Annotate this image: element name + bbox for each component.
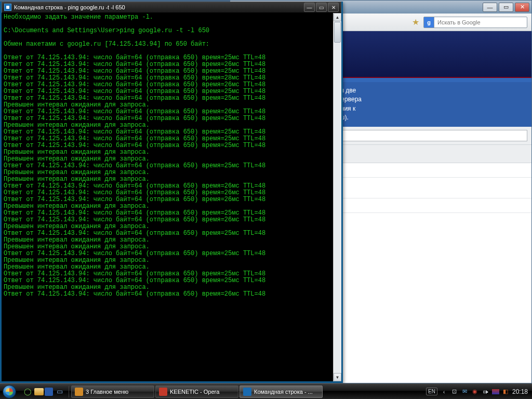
language-indicator[interactable]: EN	[426, 388, 437, 395]
ql-show-desktop-icon[interactable]: ▭	[54, 386, 65, 397]
tray-expand-icon[interactable]: ‹	[440, 388, 448, 395]
tray-app-icon[interactable]: ◧	[502, 388, 510, 395]
taskbar-item-icon	[75, 388, 83, 396]
system-tray: EN ‹ ⊡ ✉ ◉ 🕪 ◧ 20:18	[422, 388, 532, 395]
cmd-minimize-button[interactable]: —	[304, 3, 315, 12]
browser-search-box[interactable]: g Искать в Google	[423, 17, 527, 28]
tray-chat-icon[interactable]: ✉	[461, 388, 469, 395]
browser-maximize-button[interactable]: ▭	[499, 3, 513, 12]
ql-save-icon[interactable]	[45, 388, 53, 396]
tray-shield-icon[interactable]: ◉	[471, 388, 479, 395]
cmd-close-button[interactable]: ✕	[328, 3, 339, 12]
taskbar-item-label: 3 Главное меню	[86, 389, 128, 395]
quick-launch: ◯ ▭	[19, 386, 69, 397]
search-placeholder: Искать в Google	[434, 19, 527, 25]
cmd-maximize-button[interactable]: ▭	[316, 3, 327, 12]
cmd-window: Командная строка - ping google.ru -t -l …	[0, 2, 343, 383]
bookmark-star-icon[interactable]: ★	[411, 18, 420, 27]
cmd-title-text: Командная строка - ping google.ru -t -l …	[14, 4, 303, 10]
taskbar-item[interactable]: 3 Главное меню	[71, 385, 154, 398]
cmd-scrollbar[interactable]: ▲ ▼	[333, 13, 341, 381]
windows-orb-icon	[3, 385, 16, 398]
ql-explorer-icon[interactable]	[34, 388, 44, 395]
taskbar-tasks: 3 Главное менюKEENETIC - OperaКомандная …	[69, 385, 422, 398]
scroll-thumb[interactable]	[334, 22, 341, 43]
taskbar-item-label: Командная строка - ...	[254, 389, 313, 395]
tray-volume-icon[interactable]: 🕪	[482, 388, 489, 395]
cmd-output[interactable]: Необходимо задать значение параметра -l.…	[2, 13, 333, 381]
taskbar-clock[interactable]: 20:18	[512, 388, 528, 395]
taskbar-item-label: KEENETIC - Opera	[170, 389, 219, 395]
cmd-app-icon	[4, 4, 11, 11]
start-button[interactable]	[0, 384, 19, 400]
taskbar-item-icon	[243, 388, 251, 396]
scroll-up-icon[interactable]: ▲	[334, 13, 341, 21]
tray-flag-icon[interactable]	[492, 389, 499, 394]
taskbar: ◯ ▭ 3 Главное менюKEENETIC - OperaКоманд…	[0, 383, 532, 399]
tray-network-icon[interactable]: ⊡	[450, 388, 458, 395]
taskbar-item[interactable]: KEENETIC - Opera	[155, 385, 238, 398]
google-icon: g	[424, 17, 434, 28]
cmd-titlebar[interactable]: Командная строка - ping google.ru -t -l …	[2, 2, 341, 13]
scroll-down-icon[interactable]: ▼	[334, 373, 341, 381]
taskbar-item-icon	[159, 388, 167, 396]
browser-close-button[interactable]: ✕	[515, 3, 529, 12]
browser-minimize-button[interactable]: —	[483, 3, 497, 12]
ql-utorrent-icon[interactable]: ◯	[22, 386, 33, 397]
taskbar-item[interactable]: Командная строка - ...	[240, 385, 323, 398]
